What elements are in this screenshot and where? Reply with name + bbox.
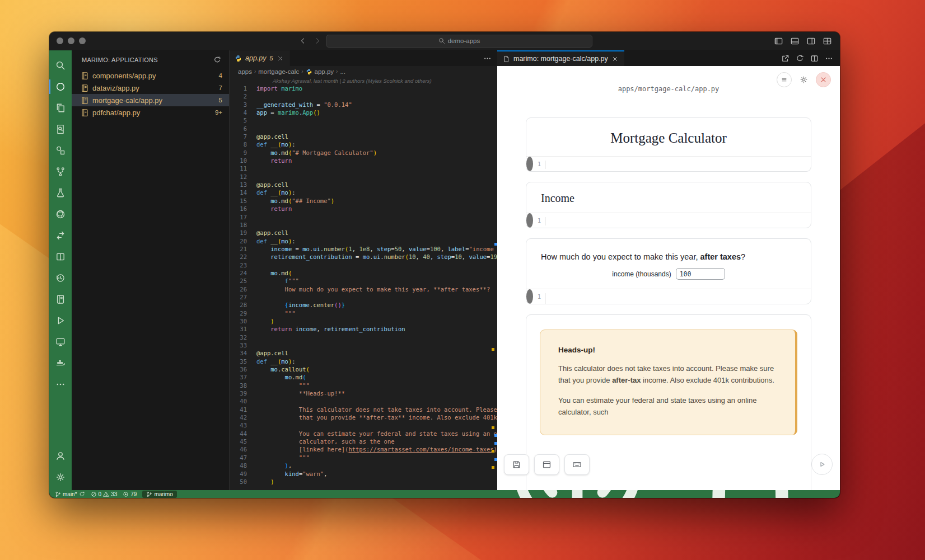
code-line[interactable]: 9 mo.md("# Mortgage Calculator") bbox=[230, 149, 497, 157]
code-line[interactable]: 1mo.md("# Mortgage Calculator") bbox=[526, 161, 533, 169]
code-line[interactable]: 28 {income.center()} bbox=[230, 301, 497, 309]
code-line[interactable]: 27 bbox=[230, 293, 497, 301]
split-editor-icon[interactable] bbox=[810, 54, 819, 63]
code-line[interactable]: 38 """ bbox=[230, 382, 497, 389]
code-line[interactable]: 6 bbox=[230, 125, 497, 133]
save-button[interactable] bbox=[504, 454, 529, 475]
history-icon[interactable] bbox=[49, 267, 72, 289]
breadcrumb-item[interactable]: apps bbox=[238, 68, 252, 75]
open-in-browser-button[interactable] bbox=[534, 454, 559, 475]
toggle-secondary-sidebar-icon[interactable] bbox=[806, 36, 816, 46]
code-line[interactable]: (thousands)") bbox=[526, 302, 533, 304]
code-line[interactable]: 46 [linked here](https://smartasset.com/… bbox=[230, 445, 497, 453]
code-line[interactable]: 39 **Heads-up!** bbox=[230, 389, 497, 397]
command-center-search[interactable]: demo-apps bbox=[326, 35, 592, 48]
code-line[interactable]: 3__generated_with = "0.0.14" bbox=[230, 101, 497, 109]
code-line[interactable]: 21 income = mo.ui.number(1, 1e8, step=50… bbox=[230, 245, 497, 253]
marimo-icon[interactable] bbox=[49, 76, 72, 97]
code-line[interactable]: 7@app.cell bbox=[230, 133, 497, 140]
breadcrumb-item[interactable]: ... bbox=[340, 68, 345, 75]
github-icon[interactable] bbox=[49, 204, 72, 225]
titlebar[interactable]: demo-apps bbox=[49, 32, 840, 50]
code-line[interactable]: 42 that you provide **after-tax** income… bbox=[230, 413, 497, 421]
beaker-icon[interactable] bbox=[49, 182, 72, 204]
code-line[interactable]: 49 kind="warn", bbox=[230, 470, 497, 478]
files-icon[interactable] bbox=[49, 97, 72, 119]
cell-code[interactable]: 1mo.md("## Income") bbox=[526, 213, 533, 228]
sidebar-item-dataviz[interactable]: dataviz/app.py 7 bbox=[72, 82, 229, 94]
sidebar-item-mortgage-calc[interactable]: mortgage-calc/app.py 5 bbox=[72, 94, 229, 106]
code-line[interactable]: 1import marimo bbox=[230, 84, 497, 92]
code-line[interactable]: 24 mo.md( bbox=[230, 269, 497, 277]
run-button[interactable] bbox=[811, 454, 833, 475]
code-line[interactable]: 18 bbox=[230, 221, 497, 229]
toggle-sidebar-icon[interactable] bbox=[774, 36, 783, 46]
ports-status[interactable]: 79 bbox=[123, 491, 137, 497]
code-line[interactable]: 8def __(mo): bbox=[230, 140, 497, 148]
code-line[interactable]: 41 This calculator does not take taxes i… bbox=[230, 406, 497, 413]
code-line[interactable]: 5 bbox=[230, 116, 497, 124]
code-line[interactable]: 47 """ bbox=[230, 454, 497, 462]
overview-ruler[interactable] bbox=[492, 84, 497, 490]
close-window-button[interactable] bbox=[57, 37, 63, 44]
sync-icon[interactable] bbox=[79, 491, 85, 497]
code-line[interactable]: 1mo.md("## Income") bbox=[526, 217, 533, 225]
menu-button[interactable] bbox=[777, 72, 792, 87]
diff-icon[interactable] bbox=[49, 225, 72, 246]
zoom-window-button[interactable] bbox=[79, 37, 86, 44]
search-icon[interactable] bbox=[49, 55, 72, 76]
code-line[interactable]: 43 bbox=[230, 421, 497, 429]
code-line[interactable]: 40 bbox=[230, 397, 497, 405]
code-line[interactable]: 4app = marimo.App() bbox=[230, 109, 497, 116]
cell-card-title[interactable]: Mortgage Calculator 1mo.md("# Mortgage C… bbox=[526, 117, 811, 172]
code-line[interactable]: 14def __(mo): bbox=[230, 189, 497, 196]
customize-layout-icon[interactable] bbox=[823, 36, 832, 46]
sidebar-item-pdfchat[interactable]: pdfchat/app.py 9+ bbox=[72, 106, 229, 119]
tab-app-py[interactable]: app.py 5 bbox=[230, 50, 289, 66]
code-line[interactable]: 23 bbox=[230, 261, 497, 269]
breadcrumb[interactable]: apps › mortgage-calc › app.py › ... bbox=[230, 66, 497, 77]
shapes-icon[interactable] bbox=[49, 140, 72, 161]
code-line[interactable]: 30 ) bbox=[230, 317, 497, 325]
code-line[interactable]: 15 mo.md("## Income") bbox=[230, 197, 497, 205]
cell-code[interactable]: 1income = mo.ui.number(1, 1e8, step=50, … bbox=[526, 289, 533, 304]
code-line[interactable]: 29 """ bbox=[230, 309, 497, 317]
reload-icon[interactable] bbox=[796, 54, 804, 63]
code-editor[interactable]: 1import marimo23__generated_with = "0.0.… bbox=[230, 84, 497, 490]
code-line[interactable]: 16 return bbox=[230, 205, 497, 213]
income-input[interactable] bbox=[676, 268, 725, 280]
code-line[interactable]: 35def __(mo): bbox=[230, 357, 497, 365]
more-actions-icon[interactable] bbox=[483, 54, 492, 63]
code-line[interactable]: 37 mo.md( bbox=[230, 373, 497, 381]
code-line[interactable]: 25 f""" bbox=[230, 277, 497, 285]
code-line[interactable]: 1income = mo.ui.number(1, 1e8, step=50, … bbox=[526, 293, 533, 302]
code-line[interactable]: 44 You can estimate your federal and sta… bbox=[230, 430, 497, 437]
gear-icon[interactable] bbox=[49, 467, 72, 488]
more-icon[interactable] bbox=[49, 374, 72, 395]
code-line[interactable]: 20def __(mo): bbox=[230, 237, 497, 245]
toggle-panel-icon[interactable] bbox=[790, 36, 800, 46]
code-line[interactable]: 13@app.cell bbox=[230, 181, 497, 189]
code-line[interactable]: 17 bbox=[230, 213, 497, 221]
forward-icon[interactable] bbox=[314, 37, 321, 45]
code-line[interactable]: 19@app.cell bbox=[230, 229, 497, 237]
code-line[interactable]: 50 ) bbox=[230, 478, 497, 486]
code-line[interactable]: 10 return bbox=[230, 157, 497, 164]
shutdown-button[interactable] bbox=[816, 72, 831, 87]
monitor-icon[interactable] bbox=[49, 331, 72, 352]
marimo-status[interactable]: marimo bbox=[142, 491, 176, 498]
code-line[interactable]: 12 bbox=[230, 173, 497, 181]
cell-card-question[interactable]: How much do you expect to make this year… bbox=[526, 238, 811, 304]
more-actions-icon[interactable] bbox=[825, 54, 833, 63]
open-external-icon[interactable] bbox=[781, 54, 789, 63]
run-icon[interactable] bbox=[49, 310, 72, 331]
minimize-window-button[interactable] bbox=[68, 37, 74, 44]
code-line[interactable]: 45 calculator, such as the one bbox=[230, 437, 497, 445]
doc-search-icon[interactable] bbox=[49, 119, 72, 140]
cell-code[interactable]: 1mo.md("# Mortgage Calculator") bbox=[526, 157, 533, 171]
cell-card-income[interactable]: Income 1mo.md("## Income") bbox=[526, 182, 811, 228]
keyboard-shortcuts-button[interactable] bbox=[564, 454, 590, 475]
close-icon[interactable] bbox=[277, 55, 284, 62]
settings-button[interactable] bbox=[797, 73, 811, 87]
sidebar-item-components[interactable]: components/app.py 4 bbox=[72, 69, 229, 82]
